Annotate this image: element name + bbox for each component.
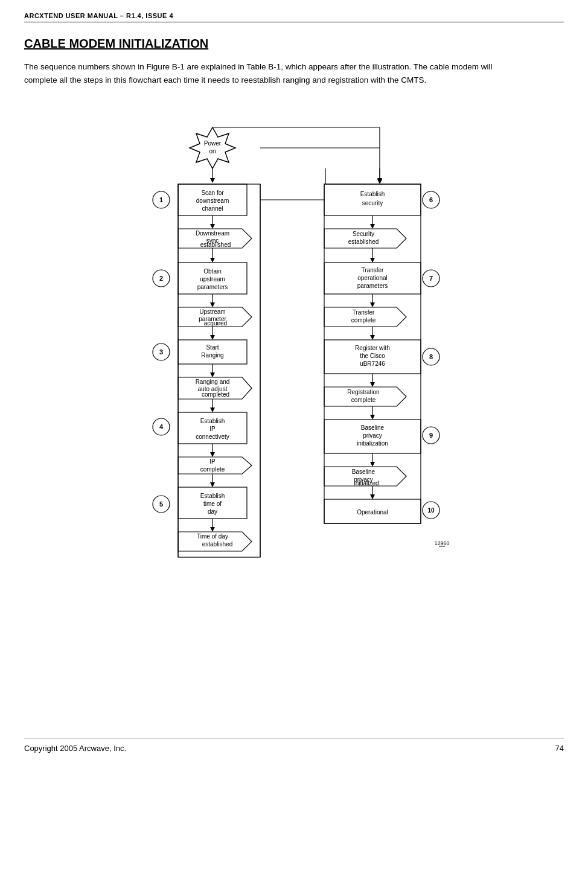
svg-marker-7: [210, 302, 215, 307]
registration-text2: complete: [351, 397, 376, 403]
step7-text2: operational: [357, 275, 387, 281]
step2-text1: Obtain: [203, 268, 221, 275]
svg-marker-38: [370, 302, 375, 307]
step7-text1: Transfer: [362, 267, 385, 273]
baseline-init-text3: initialized: [354, 480, 379, 487]
flowchart-diagram: Power on 1 Scan for downstream channel D…: [107, 110, 481, 702]
svg-marker-11: [210, 372, 215, 377]
step6-text1: Establish: [360, 191, 385, 197]
svg-marker-42: [370, 382, 375, 387]
ip-complete-text2: complete: [200, 466, 225, 473]
step5-label: 5: [159, 500, 163, 508]
step8-label: 8: [429, 353, 433, 360]
page-number: 74: [555, 744, 564, 753]
svg-marker-34: [370, 224, 375, 229]
ranging-text1: Ranging and: [196, 379, 230, 385]
step10-text1: Operational: [357, 509, 388, 516]
step7-label: 7: [429, 275, 433, 282]
step3-label: 3: [159, 348, 163, 356]
step3-text1: Start: [206, 344, 219, 351]
step6-text2: security: [362, 200, 383, 206]
security-est-text1: Security: [353, 231, 374, 237]
svg-marker-9: [210, 335, 215, 340]
svg-marker-44: [370, 415, 375, 420]
svg-marker-3: [210, 224, 215, 229]
upstream-param-text1: Upstream: [199, 308, 225, 315]
step3-text2: Ranging: [201, 352, 223, 359]
step8-text1: Register with: [355, 345, 390, 351]
step9-text2: privacy: [363, 432, 382, 439]
ranging-text3: completed: [202, 391, 229, 398]
step8-text2: the Cisco: [360, 353, 385, 359]
security-est-text2: established: [348, 238, 379, 245]
svg-marker-13: [210, 407, 215, 412]
step9-text3: initialization: [357, 440, 388, 447]
step1-text2: downstream: [196, 197, 229, 204]
step6-label: 6: [429, 196, 433, 203]
svg-marker-15: [210, 452, 215, 457]
svg-marker-17: [210, 482, 215, 487]
svg-marker-5: [210, 258, 215, 263]
svg-marker-40: [370, 335, 375, 340]
svg-marker-31: [377, 179, 382, 184]
svg-marker-19: [210, 527, 215, 532]
step4-text3: connectivety: [196, 433, 229, 440]
intro-text: The sequence numbers shown in Figure B-1…: [24, 60, 519, 86]
svg-marker-1: [210, 178, 215, 183]
step9-label: 9: [429, 432, 433, 439]
downstream-sync-text1: Downstream: [196, 230, 229, 237]
copyright-text: Copyright 2005 Arcwave, Inc.: [24, 744, 126, 753]
step1-text1: Scan for: [201, 190, 224, 196]
page-footer: Copyright 2005 Arcwave, Inc. 74: [24, 738, 564, 753]
step7-text3: parameters: [357, 283, 388, 289]
downstream-sync-text3: established: [200, 241, 231, 248]
step1-label: 1: [159, 196, 163, 203]
transfer-complete-text2: complete: [351, 317, 376, 324]
step8-text3: uBR7246: [360, 360, 385, 367]
step5-text2: time of: [203, 500, 222, 507]
ref-number: 12960: [434, 540, 449, 546]
svg-marker-36: [370, 258, 375, 263]
step2-label: 2: [159, 275, 163, 282]
upstream-param-text3: acquired: [204, 320, 227, 327]
step10-label: 10: [427, 507, 435, 514]
page-header: ARCXTEND USER MANUAL – R1.4, ISSUE 4: [24, 12, 564, 22]
step5-text3: day: [208, 508, 217, 515]
step1-text3: channel: [202, 205, 223, 212]
step9-text1: Baseline: [361, 424, 385, 431]
baseline-init-text1: Baseline: [352, 468, 375, 475]
step4-text2: IP: [209, 426, 216, 432]
step2-text2: upstream: [200, 276, 225, 283]
ip-complete-text1: IP: [209, 458, 216, 465]
registration-text1: Registration: [347, 389, 379, 395]
power-on-label: Power: [204, 140, 222, 147]
step4-text1: Establish: [200, 418, 225, 424]
svg-marker-48: [370, 494, 375, 499]
diagram-container: Power on 1 Scan for downstream channel D…: [24, 104, 564, 714]
step5-text1: Establish: [200, 493, 225, 499]
svg-marker-46: [370, 462, 375, 467]
time-of-day-text1: Time of day: [197, 533, 228, 540]
power-on-label2: on: [209, 148, 216, 155]
step2-text3: parameters: [197, 284, 228, 290]
time-of-day-text2: established: [202, 541, 233, 548]
step4-label: 4: [159, 423, 164, 430]
transfer-complete-text1: Transfer: [353, 309, 375, 316]
section-title: CABLE MODEM INITIALIZATION: [24, 37, 564, 51]
